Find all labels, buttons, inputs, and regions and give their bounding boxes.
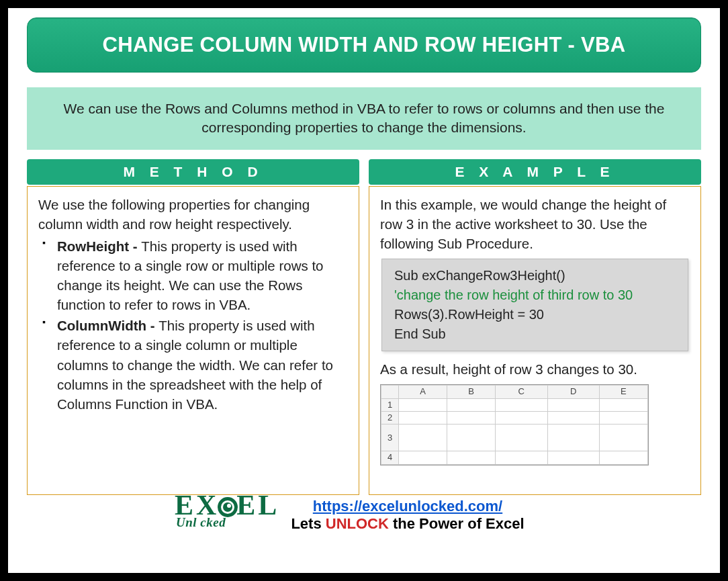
method-body: We use the following properties for chan… bbox=[27, 186, 359, 495]
mini-spreadsheet: A B C D E 1 2 bbox=[380, 384, 649, 465]
code-snippet: Sub exChangeRow3Height() 'change the row… bbox=[381, 259, 688, 351]
sheet-row: 2 bbox=[381, 412, 648, 424]
col-header: D bbox=[547, 386, 599, 398]
method-heading: M E T H O D bbox=[27, 159, 359, 185]
example-result: As a result, height of row 3 changes to … bbox=[380, 359, 690, 379]
code-line: Sub exChangeRow3Height() bbox=[394, 266, 676, 285]
excel-unlocked-logo: EXEL Unl cked bbox=[175, 494, 302, 536]
example-body: In this example, we would change the hei… bbox=[369, 186, 701, 495]
method-column: M E T H O D We use the following propert… bbox=[27, 159, 359, 495]
sheet-row: 4 bbox=[381, 451, 648, 464]
method-list: RowHeight - This property is used with r… bbox=[38, 236, 348, 414]
example-heading: E X A M P L E bbox=[369, 159, 701, 185]
list-item: RowHeight - This property is used with r… bbox=[42, 236, 348, 314]
sheet-row: 1 bbox=[381, 398, 648, 411]
prop-name: RowHeight bbox=[57, 238, 129, 254]
site-link[interactable]: https://excelunlocked.com/ bbox=[313, 498, 502, 515]
list-item: ColumnWidth - This property is used with… bbox=[42, 316, 348, 414]
col-header: B bbox=[447, 386, 496, 398]
code-comment: 'change the row height of third row to 3… bbox=[394, 285, 676, 305]
example-column: E X A M P L E In this example, we would … bbox=[369, 159, 701, 495]
sheet-corner bbox=[381, 386, 399, 398]
sheet-header-row: A B C D E bbox=[381, 386, 648, 398]
row-header: 2 bbox=[381, 412, 399, 424]
col-header: E bbox=[599, 386, 647, 398]
row-header: 1 bbox=[381, 398, 399, 411]
logo-text: EL bbox=[236, 490, 279, 521]
sheet-row-tall: 3 bbox=[381, 424, 648, 451]
logo-subtext: Unl cked bbox=[176, 515, 226, 529]
col-header: C bbox=[496, 386, 547, 398]
row-header: 4 bbox=[381, 451, 399, 464]
method-lead: We use the following properties for chan… bbox=[38, 195, 348, 234]
page-title: CHANGE COLUMN WIDTH AND ROW HEIGHT - VBA bbox=[27, 17, 701, 73]
code-line: Rows(3).RowHeight = 30 bbox=[394, 305, 676, 324]
tagline-emphasis: UNLOCK bbox=[326, 515, 389, 532]
row-header: 3 bbox=[381, 424, 399, 451]
tagline-post: the Power of Excel bbox=[389, 515, 525, 532]
code-line: End Sub bbox=[394, 324, 676, 344]
prop-name: ColumnWidth bbox=[57, 318, 146, 333]
columns-wrapper: M E T H O D We use the following propert… bbox=[27, 159, 701, 495]
example-lead: In this example, we would change the hei… bbox=[380, 195, 690, 253]
footer: EXEL Unl cked https://excelunlocked.com/… bbox=[27, 498, 701, 533]
intro-text: We can use the Rows and Columns method i… bbox=[27, 87, 701, 150]
col-header: A bbox=[399, 386, 447, 398]
logo-ring-icon bbox=[218, 497, 238, 517]
page: CHANGE COLUMN WIDTH AND ROW HEIGHT - VBA… bbox=[8, 8, 720, 573]
